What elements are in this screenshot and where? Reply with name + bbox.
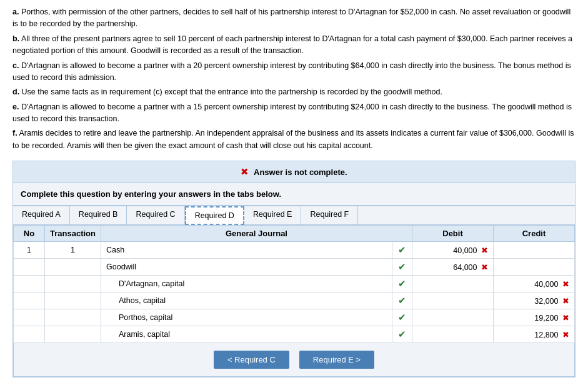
tab-required-d[interactable]: Required D (185, 206, 244, 225)
row6-transaction (45, 326, 101, 343)
main-container: a. Porthos, with permission of the other… (0, 0, 588, 384)
row6-check: ✔ (392, 326, 412, 343)
row1-no: 1 (14, 242, 45, 259)
tabs-row: Required A Required B Required C Require… (13, 206, 575, 224)
part-d: d. Use the same facts as in requirement … (12, 86, 576, 98)
table-row: 1 1 Cash ✔ 40,000 ✖ (14, 242, 575, 259)
row2-check: ✔ (392, 259, 412, 276)
part-f: f. Aramis decides to retire and leave th… (12, 128, 576, 152)
row6-debit (412, 326, 494, 343)
row4-credit[interactable]: 32,000 ✖ (494, 292, 575, 309)
problem-text: a. Porthos, with permission of the other… (12, 6, 576, 152)
row1-journal: Cash (101, 242, 392, 259)
col-header-general-journal: General Journal (101, 226, 412, 242)
tabs-container: Required A Required B Required C Require… (12, 206, 576, 378)
row1-credit (494, 242, 575, 259)
row1-check: ✔ (392, 242, 412, 259)
bottom-nav: < Required C Required E > (13, 343, 575, 377)
row4-journal: Athos, capital (101, 292, 392, 309)
col-header-transaction: Transaction (45, 226, 101, 242)
part-c: c. D'Artagnan is allowed to become a par… (12, 60, 576, 84)
status-message: Answer is not complete. (254, 168, 347, 177)
row6-no (14, 326, 45, 343)
row3-journal: D'Artagnan, capital (101, 276, 392, 292)
journal-table: No Transaction General Journal Debit Cre… (13, 225, 575, 343)
row4-transaction (45, 292, 101, 309)
table-row: Aramis, capital ✔ 12,800 ✖ (14, 326, 575, 343)
table-row: Porthos, capital ✔ 19,200 ✖ (14, 309, 575, 326)
complete-instruction: Complete this question by entering your … (12, 183, 576, 206)
row2-debit[interactable]: 64,000 ✖ (412, 259, 494, 276)
answer-status-bar: ✖ Answer is not complete. (12, 161, 576, 183)
next-required-e-button[interactable]: Required E > (299, 351, 374, 369)
row5-check: ✔ (392, 309, 412, 326)
check-icon: ✔ (398, 261, 406, 272)
table-row: Athos, capital ✔ 32,000 ✖ (14, 292, 575, 309)
row1-debit[interactable]: 40,000 ✖ (412, 242, 494, 259)
tab-required-c[interactable]: Required C (127, 206, 184, 224)
check-icon: ✔ (398, 329, 406, 339)
row3-debit (412, 276, 494, 292)
part-e: e. D'Artagnan is allowed to become a par… (12, 101, 576, 126)
row2-journal: Goodwill (101, 259, 392, 276)
tab-content: No Transaction General Journal Debit Cre… (13, 224, 575, 343)
tab-required-b[interactable]: Required B (70, 206, 127, 224)
row2-credit (494, 259, 575, 276)
row3-transaction (45, 276, 101, 292)
status-error-icon: ✖ (241, 166, 249, 177)
table-row: Goodwill ✔ 64,000 ✖ (14, 259, 575, 276)
credit-error-icon: ✖ (562, 330, 569, 339)
debit-error-icon: ✖ (481, 262, 488, 272)
debit-error-icon: ✖ (481, 246, 488, 255)
row5-transaction (45, 309, 101, 326)
row5-debit (412, 309, 494, 326)
row5-credit[interactable]: 19,200 ✖ (494, 309, 575, 326)
tab-required-a[interactable]: Required A (13, 206, 70, 224)
check-icon: ✔ (398, 244, 406, 255)
table-row: D'Artagnan, capital ✔ 40,000 ✖ (14, 276, 575, 292)
col-header-debit: Debit (412, 226, 494, 242)
row2-no (14, 259, 45, 276)
prev-required-c-button[interactable]: < Required C (214, 351, 289, 369)
row4-no (14, 292, 45, 309)
tab-required-e[interactable]: Required E (244, 206, 302, 224)
credit-error-icon: ✖ (562, 313, 569, 322)
check-icon: ✔ (398, 312, 406, 322)
row5-no (14, 309, 45, 326)
check-icon: ✔ (398, 278, 406, 289)
credit-error-icon: ✖ (562, 279, 569, 289)
row5-journal: Porthos, capital (101, 309, 392, 326)
row3-credit[interactable]: 40,000 ✖ (494, 276, 575, 292)
col-header-credit: Credit (494, 226, 575, 242)
credit-error-icon: ✖ (562, 296, 569, 306)
row1-transaction: 1 (45, 242, 101, 259)
check-icon: ✔ (398, 295, 406, 306)
row2-transaction (45, 259, 101, 276)
col-header-no: No (14, 226, 45, 242)
row4-check: ✔ (392, 292, 412, 309)
tab-required-f[interactable]: Required F (301, 206, 358, 224)
row3-check: ✔ (392, 276, 412, 292)
part-b: b. All three of the present partners agr… (12, 33, 576, 58)
row6-journal: Aramis, capital (101, 326, 392, 343)
part-a: a. Porthos, with permission of the other… (12, 6, 576, 31)
row3-no (14, 276, 45, 292)
row4-debit (412, 292, 494, 309)
row6-credit[interactable]: 12,800 ✖ (494, 326, 575, 343)
